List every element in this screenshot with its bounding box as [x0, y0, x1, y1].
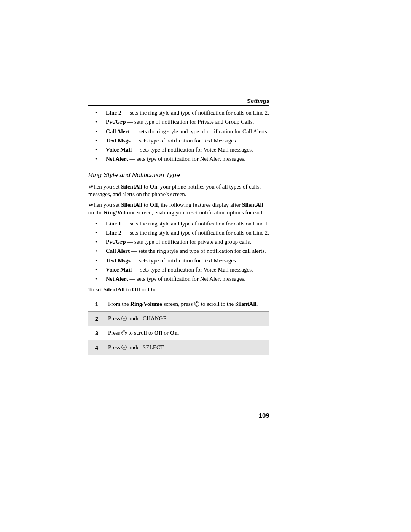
list-term: Line 1 [106, 220, 121, 227]
text: . [178, 330, 179, 336]
select-icon [121, 316, 127, 321]
text: To set [88, 286, 104, 292]
nav-icon [121, 330, 127, 335]
bold-text: SilentAll [235, 301, 256, 307]
bold-text: Ring/Volume [104, 209, 136, 216]
text: to scroll to [127, 330, 154, 336]
bold-text: Off [150, 202, 158, 208]
text: : [155, 286, 157, 292]
list-item: Line 2 — sets the ring style and type of… [88, 109, 269, 117]
bold-text: SilentAll [104, 286, 125, 292]
list-desc: — sets the ring style and type of notifi… [121, 230, 269, 236]
text: to [142, 184, 150, 190]
list-desc: — sets type of notification for Text Mes… [131, 257, 237, 264]
bold-text: On [150, 184, 157, 190]
step-row: 4Press under SELECT. [88, 340, 269, 355]
svg-marker-8 [124, 331, 125, 331]
list-term: Pvt/Grp [106, 119, 126, 125]
list-item: Voice Mail — sets type of notification f… [88, 146, 269, 153]
svg-point-13 [124, 347, 125, 348]
step-text: Press to scroll to Off or On. [105, 326, 269, 340]
text: screen, enabling you to set notification… [135, 209, 265, 216]
text: Press [108, 330, 121, 336]
text: Press [108, 315, 121, 321]
list-desc: — sets type of notification for Voice Ma… [132, 147, 253, 153]
list-item: Net Alert — sets type of notification fo… [88, 155, 269, 163]
list-item: Net Alert — sets type of notification fo… [88, 275, 269, 283]
list-desc: — sets type of notification for private … [126, 239, 252, 245]
list-desc: — sets type of notification for Net Aler… [128, 276, 245, 282]
step-row: 1From the Ring/Volume screen, press to s… [88, 297, 269, 311]
page-content: Settings Line 2 — sets the ring style an… [88, 97, 269, 355]
text: screen, press [162, 301, 194, 307]
select-icon [121, 345, 127, 350]
text: on the [88, 209, 104, 216]
text: When you set [88, 202, 121, 208]
svg-marker-1 [196, 302, 198, 302]
list-desc: — sets the ring style and type of notifi… [130, 128, 269, 134]
list-desc: — sets the ring style and type of notifi… [121, 110, 269, 116]
list-term: Text Msgs [106, 137, 131, 144]
header-rule [88, 105, 269, 106]
list-item: Line 2 — sets the ring style and type of… [88, 229, 269, 236]
list-desc: — sets the ring style and type of notifi… [121, 220, 269, 227]
list-term: Call Alert [106, 128, 130, 134]
list-item: Call Alert — sets the ring style and typ… [88, 128, 269, 135]
paragraph-1: When you set SilentAll to On, your phone… [88, 183, 269, 198]
bold-text: On [170, 330, 178, 336]
list-desc: — sets type of notification for Private … [126, 119, 254, 125]
list-term: Voice Mail [106, 267, 132, 273]
svg-marker-2 [196, 305, 198, 306]
text: When you set [88, 184, 121, 190]
bold-text: Off [154, 330, 162, 336]
svg-point-6 [124, 318, 125, 319]
list-desc: — sets type of notification for Net Aler… [128, 156, 245, 162]
bold-text: Ring/Volume [130, 301, 162, 307]
step-text: From the Ring/Volume screen, press to sc… [105, 297, 269, 311]
bullet-list-1: Line 2 — sets the ring style and type of… [88, 109, 269, 163]
svg-marker-4 [198, 303, 199, 304]
svg-marker-11 [125, 332, 126, 333]
text: to [125, 286, 132, 292]
list-item: Text Msgs — sets type of notification fo… [88, 257, 269, 264]
list-term: Net Alert [106, 276, 128, 282]
list-item: Voice Mail — sets type of notification f… [88, 266, 269, 273]
text: to [142, 202, 150, 208]
list-item: Pvt/Grp — sets type of notification for … [88, 238, 269, 246]
step-row: 3Press to scroll to Off or On. [88, 326, 269, 340]
bold-text: Off [132, 286, 140, 292]
paragraph-3: To set SilentAll to Off or On: [88, 286, 269, 293]
list-term: Call Alert [106, 248, 130, 254]
steps-table: 1From the Ring/Volume screen, press to s… [88, 297, 269, 355]
step-text: Press under SELECT. [105, 340, 269, 355]
list-desc: — sets the ring style and type of notifi… [130, 248, 266, 254]
list-term: Pvt/Grp [106, 239, 126, 245]
svg-marker-10 [122, 332, 123, 333]
paragraph-2: When you set SilentAll to Off, the follo… [88, 201, 269, 217]
step-row: 2Press under CHANGE. [88, 311, 269, 326]
list-term: Line 2 [106, 110, 121, 116]
step-number: 3 [88, 326, 105, 340]
list-item: Line 1 — sets the ring style and type of… [88, 220, 269, 227]
text: From the [108, 301, 130, 307]
list-term: Voice Mail [106, 147, 132, 153]
bold-text: SilentAll [121, 184, 142, 190]
bold-text: SilentAll [242, 202, 263, 208]
text: to scroll to the [199, 301, 235, 307]
bullet-list-2: Line 1 — sets the ring style and type of… [88, 220, 269, 283]
step-text: Press under CHANGE. [105, 311, 269, 326]
text: or [140, 286, 148, 292]
page-header-title: Settings [88, 97, 269, 104]
text: . [256, 301, 258, 307]
step-number: 4 [88, 340, 105, 355]
list-desc: — sets type of notification for Voice Ma… [132, 267, 253, 273]
list-term: Line 2 [106, 230, 121, 236]
svg-marker-3 [195, 303, 196, 304]
list-desc: — sets type of notification for Text Mes… [131, 137, 237, 144]
step-number: 1 [88, 297, 105, 311]
text: Press [108, 344, 121, 350]
list-item: Call Alert — sets the ring style and typ… [88, 247, 269, 255]
page-number: 109 [259, 412, 269, 420]
section-heading: Ring Style and Notification Type [88, 171, 269, 179]
text: , the following features display after [158, 202, 242, 208]
